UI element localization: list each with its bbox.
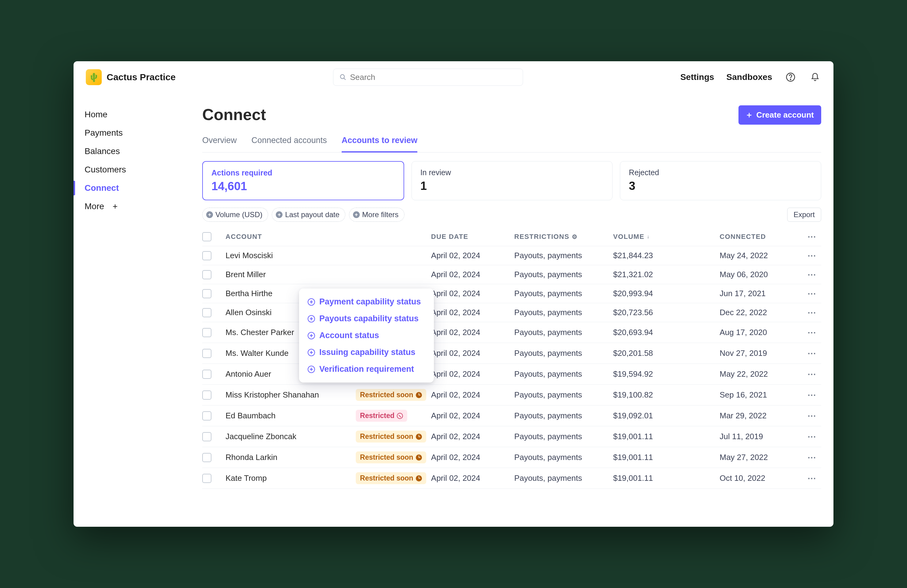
row-checkbox[interactable] [202, 328, 212, 337]
due-date: April 02, 2024 [431, 473, 510, 483]
help-icon[interactable] [784, 71, 797, 83]
table-row[interactable]: Ms. Chester Parker Restricted soon April… [202, 322, 821, 343]
row-actions-icon[interactable]: ⋯ [803, 328, 821, 337]
body: Home Payments Balances Customers Connect… [74, 93, 833, 527]
tab-overview[interactable]: Overview [202, 132, 237, 152]
brand[interactable]: 🌵 Cactus Practice [86, 69, 176, 85]
popover-payment-capability[interactable]: +Payment capability status [301, 293, 431, 310]
clock-icon [416, 454, 422, 460]
row-checkbox[interactable] [202, 349, 212, 358]
sidebar-item-customers[interactable]: Customers [85, 160, 190, 179]
table-row[interactable]: Jacqueline Zboncak Restricted soon April… [202, 426, 821, 447]
popover-account-status[interactable]: +Account status [301, 327, 431, 344]
search-input-wrap[interactable] [333, 69, 523, 86]
row-actions-icon[interactable]: ⋯ [803, 251, 821, 260]
row-actions-icon[interactable]: ⋯ [803, 411, 821, 421]
account-name: Brent Miller [226, 270, 351, 279]
connected-date: May 06, 2020 [720, 270, 798, 279]
row-actions-icon[interactable]: ⋯ [803, 348, 821, 358]
row-checkbox[interactable] [202, 411, 212, 420]
accounts-table: ACCOUNT DUE DATE RESTRICTIONS⚙ VOLUME↓ C… [202, 227, 821, 489]
app-window: 🌵 Cactus Practice Settings Sandboxes Hom… [74, 61, 833, 527]
row-actions-icon[interactable]: ⋯ [803, 473, 821, 483]
plus-icon: + [113, 201, 118, 211]
row-checkbox[interactable] [202, 370, 212, 379]
row-checkbox[interactable] [202, 270, 212, 279]
stat-rejected[interactable]: Rejected 3 [620, 161, 821, 200]
topbar: 🌵 Cactus Practice Settings Sandboxes [74, 61, 833, 93]
sidebar-item-more[interactable]: More + [85, 197, 190, 216]
row-actions-icon[interactable]: ⋯ [803, 390, 821, 400]
due-date: April 02, 2024 [431, 289, 510, 298]
plus-circle-icon: + [308, 315, 315, 323]
sidebar-item-connect[interactable]: Connect [85, 179, 190, 197]
restrictions: Payouts, payments [514, 308, 608, 317]
table-row[interactable]: Bertha Hirthe April 02, 2024 Payouts, pa… [202, 284, 821, 303]
export-button[interactable]: Export [787, 208, 821, 222]
stat-label: In review [420, 168, 604, 177]
stat-in-review[interactable]: In review 1 [412, 161, 613, 200]
row-actions-icon[interactable]: ⋯ [803, 270, 821, 280]
filter-volume[interactable]: +Volume (USD) [202, 208, 268, 222]
due-date: April 02, 2024 [431, 432, 510, 441]
connected-date: May 24, 2022 [720, 251, 798, 260]
table-header: ACCOUNT DUE DATE RESTRICTIONS⚙ VOLUME↓ C… [202, 227, 821, 246]
bell-icon[interactable] [809, 71, 821, 83]
col-volume[interactable]: VOLUME↓ [613, 233, 692, 241]
filter-last-payout[interactable]: +Last payout date [272, 208, 345, 222]
plus-circle-icon: + [353, 211, 360, 218]
table-row[interactable]: Brent Miller April 02, 2024 Payouts, pay… [202, 265, 821, 284]
row-actions-icon[interactable]: ⋯ [803, 289, 821, 299]
popover-verification-requirement[interactable]: +Verification requirement [301, 361, 431, 378]
create-account-button[interactable]: Create account [739, 105, 821, 125]
col-account[interactable]: ACCOUNT [226, 233, 351, 241]
row-actions-icon[interactable]: ⋯ [803, 431, 821, 442]
sort-desc-icon: ↓ [647, 234, 650, 240]
row-actions-icon[interactable]: ⋯ [803, 452, 821, 462]
restrictions: Payouts, payments [514, 453, 608, 462]
settings-link[interactable]: Settings [680, 72, 714, 82]
row-actions-icon[interactable]: ⋯ [803, 307, 821, 318]
col-due-date[interactable]: DUE DATE [431, 233, 510, 241]
column-settings-icon[interactable]: ⋯ [803, 232, 821, 241]
table-row[interactable]: Kate Tromp Restricted soon April 02, 202… [202, 468, 821, 489]
table-row[interactable]: Ms. Walter Kunde Restricted soon April 0… [202, 343, 821, 364]
table-row[interactable]: Miss Kristopher Shanahan Restricted soon… [202, 385, 821, 406]
sidebar-item-balances[interactable]: Balances [85, 142, 190, 160]
row-checkbox[interactable] [202, 251, 212, 260]
restrictions: Payouts, payments [514, 369, 608, 379]
row-checkbox[interactable] [202, 289, 212, 298]
sidebar-item-payments[interactable]: Payments [85, 124, 190, 142]
search-input[interactable] [350, 73, 516, 82]
table-row[interactable]: Ed Baumbach Restricted April 02, 2024 Pa… [202, 406, 821, 426]
sidebar-item-home[interactable]: Home [85, 105, 190, 124]
sandboxes-link[interactable]: Sandboxes [726, 72, 772, 82]
table-row[interactable]: Antonio Auer Restricted soon April 02, 2… [202, 364, 821, 385]
stat-actions-required[interactable]: Actions required 14,601 [202, 161, 404, 200]
table-row[interactable]: Rhonda Larkin Restricted soon April 02, … [202, 447, 821, 468]
tab-accounts-to-review[interactable]: Accounts to review [342, 132, 418, 152]
filter-more[interactable]: +More filters [349, 208, 404, 222]
col-connected[interactable]: CONNECTED [720, 233, 798, 241]
plus-circle-icon: + [206, 211, 213, 218]
popover-payouts-capability[interactable]: +Payouts capability status [301, 310, 431, 327]
status-badge: Restricted soon [356, 389, 426, 401]
svg-point-0 [340, 75, 344, 79]
tab-connected-accounts[interactable]: Connected accounts [252, 132, 327, 152]
restrictions: Payouts, payments [514, 348, 608, 358]
row-checkbox[interactable] [202, 432, 212, 441]
popover-issuing-capability[interactable]: +Issuing capability status [301, 344, 431, 361]
table-row[interactable]: Levi Mosciski April 02, 2024 Payouts, pa… [202, 246, 821, 265]
row-checkbox[interactable] [202, 308, 212, 317]
table-row[interactable]: Allen Osinski April 02, 2024 Payouts, pa… [202, 303, 821, 322]
row-checkbox[interactable] [202, 453, 212, 462]
restrictions: Payouts, payments [514, 270, 608, 279]
row-actions-icon[interactable]: ⋯ [803, 369, 821, 379]
search-wrap [183, 69, 673, 86]
row-checkbox[interactable] [202, 390, 212, 399]
more-filters-popover: +Payment capability status +Payouts capa… [299, 289, 434, 382]
row-checkbox[interactable] [202, 474, 212, 483]
volume: $21,321.02 [613, 270, 692, 279]
col-restrictions[interactable]: RESTRICTIONS⚙ [514, 233, 608, 241]
select-all-checkbox[interactable] [202, 232, 212, 241]
